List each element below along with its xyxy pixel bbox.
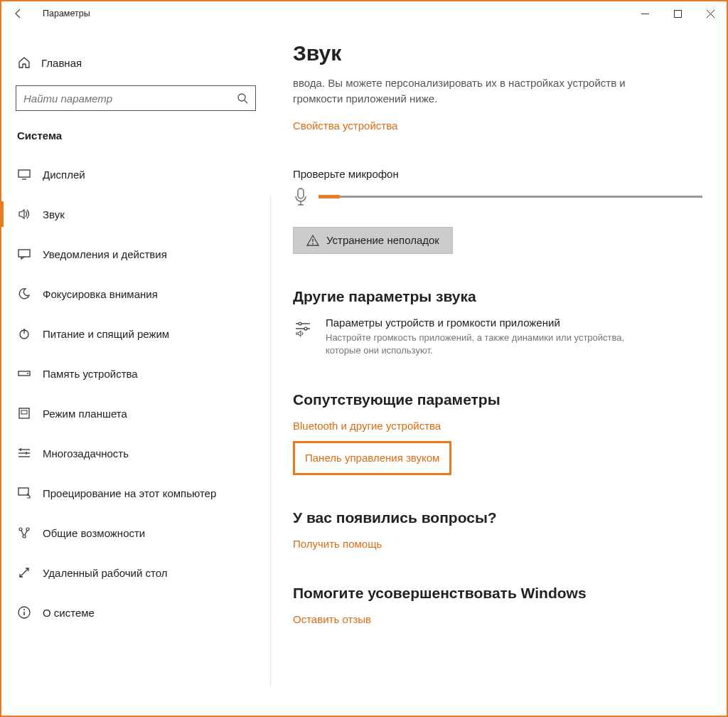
highlighted-link-box: Панель управления звуком: [293, 441, 451, 475]
info-icon: [17, 605, 31, 620]
sliders-icon: [293, 318, 313, 338]
sidebar-item-remote[interactable]: Удаленный рабочий стол: [1, 553, 270, 593]
sidebar-item-label: Память устройства: [43, 368, 138, 380]
svg-point-33: [312, 243, 314, 244]
svg-point-28: [23, 609, 25, 610]
svg-rect-29: [298, 188, 304, 198]
storage-icon: [17, 366, 31, 381]
sound-control-panel-link[interactable]: Панель управления звуком: [305, 452, 439, 464]
svg-rect-13: [19, 408, 29, 418]
scrollbar[interactable]: [715, 26, 725, 716]
warning-icon: [306, 234, 319, 247]
window-controls: [628, 2, 727, 25]
sidebar: Главная Система Дисплей Звук: [1, 26, 270, 716]
svg-line-5: [245, 100, 247, 103]
sidebar-item-label: Многозадачность: [43, 447, 129, 460]
related-heading: Сопутствующие параметры: [293, 391, 708, 408]
settings-window: Параметры Главная: [0, 0, 728, 717]
sidebar-item-tablet[interactable]: Режим планшета: [1, 393, 270, 433]
app-volume-setting[interactable]: Параметры устройств и громкости приложен…: [293, 317, 708, 357]
sidebar-item-label: Проецирование на этот компьютер: [43, 487, 216, 499]
feedback-link[interactable]: Оставить отзыв: [293, 613, 371, 625]
sidebar-item-storage[interactable]: Память устройства: [1, 354, 270, 393]
help-heading: У вас появились вопросы?: [293, 509, 708, 526]
sidebar-item-display[interactable]: Дисплей: [1, 154, 270, 194]
monitor-icon: [17, 167, 31, 181]
sidebar-section-label: Система: [1, 124, 270, 147]
close-button[interactable]: [694, 2, 727, 25]
home-icon: [17, 55, 31, 70]
svg-point-22: [26, 528, 29, 531]
minimize-button[interactable]: [628, 2, 661, 25]
svg-point-37: [304, 327, 307, 330]
sidebar-item-label: Питание и спящий режим: [43, 328, 169, 340]
device-properties-link[interactable]: Свойства устройства: [293, 120, 397, 132]
maximize-button[interactable]: [661, 2, 694, 25]
app-volume-desc: Настройте громкость приложений, а также …: [326, 331, 653, 357]
sidebar-item-label: Удаленный рабочий стол: [43, 567, 167, 579]
sidebar-item-label: Фокусировка внимания: [43, 288, 158, 300]
page-title: Звук: [293, 41, 708, 65]
content-area: Звук ввода. Вы можете персонализировать …: [270, 26, 727, 716]
svg-rect-8: [18, 250, 30, 257]
multitask-icon: [17, 446, 31, 460]
sidebar-item-notifications[interactable]: Уведомления и действия: [1, 234, 270, 274]
titlebar: Параметры: [1, 1, 727, 26]
sidebar-item-label: Общие возможности: [43, 527, 145, 539]
mic-level-bar: [318, 196, 702, 198]
sidebar-item-label: Дисплей: [43, 169, 85, 181]
troubleshoot-label: Устранение неполадок: [326, 234, 439, 246]
maximize-icon: [674, 10, 682, 18]
feedback-heading: Помогите усовершенствовать Windows: [293, 585, 708, 602]
sidebar-item-sound[interactable]: Звук: [1, 194, 270, 234]
svg-rect-1: [674, 10, 681, 17]
sidebar-item-focus[interactable]: Фокусировка внимания: [1, 274, 270, 314]
sidebar-item-multitask[interactable]: Многозадачность: [1, 433, 270, 473]
sidebar-item-shared[interactable]: Общие возможности: [1, 513, 270, 553]
svg-rect-6: [18, 170, 30, 177]
sidebar-nav: Дисплей Звук Уведомления и действия Фоку…: [1, 154, 270, 632]
arrow-left-icon: [13, 8, 24, 19]
bluetooth-link[interactable]: Bluetooth и другие устройства: [293, 420, 441, 432]
svg-line-24: [21, 531, 23, 535]
page-description: ввода. Вы можете персонализировать их в …: [293, 75, 663, 107]
get-help-link[interactable]: Получить помощь: [293, 538, 382, 550]
sidebar-home-label: Главная: [41, 57, 82, 69]
power-icon: [17, 326, 31, 341]
svg-point-4: [238, 94, 245, 101]
message-icon: [17, 247, 31, 261]
window-title: Параметры: [43, 9, 90, 18]
mic-check-row: [293, 187, 708, 207]
close-icon: [707, 10, 714, 18]
sidebar-home[interactable]: Главная: [1, 47, 270, 78]
svg-point-23: [23, 535, 26, 538]
sound-icon: [17, 207, 31, 221]
sidebar-item-power[interactable]: Питание и спящий режим: [1, 314, 270, 354]
project-icon: [17, 486, 31, 500]
shared-icon: [17, 526, 31, 540]
sidebar-item-label: Уведомления и действия: [43, 248, 167, 260]
search-box[interactable]: [16, 85, 256, 111]
svg-point-35: [299, 322, 301, 325]
sidebar-item-projecting[interactable]: Проецирование на этот компьютер: [1, 473, 270, 513]
troubleshoot-button[interactable]: Устранение неполадок: [293, 227, 453, 254]
sidebar-item-label: Режим планшета: [43, 408, 127, 420]
minimize-icon: [641, 10, 649, 18]
sidebar-item-about[interactable]: О системе: [1, 593, 270, 632]
mic-check-label: Проверьте микрофон: [293, 168, 708, 180]
window-body: Главная Система Дисплей Звук: [1, 26, 727, 716]
tablet-icon: [17, 406, 31, 420]
other-sound-heading: Другие параметры звука: [293, 288, 708, 305]
microphone-icon: [293, 187, 309, 207]
moon-icon: [17, 287, 31, 301]
search-icon: [237, 92, 248, 104]
app-volume-title: Параметры устройств и громкости приложен…: [326, 317, 653, 329]
search-input[interactable]: [23, 92, 237, 105]
back-button[interactable]: [7, 2, 30, 25]
mic-level-fill: [318, 195, 340, 198]
sidebar-item-label: Звук: [43, 208, 65, 221]
sidebar-item-label: О системе: [43, 607, 95, 619]
svg-point-12: [27, 373, 28, 374]
svg-rect-14: [21, 410, 27, 414]
svg-line-25: [25, 531, 27, 535]
